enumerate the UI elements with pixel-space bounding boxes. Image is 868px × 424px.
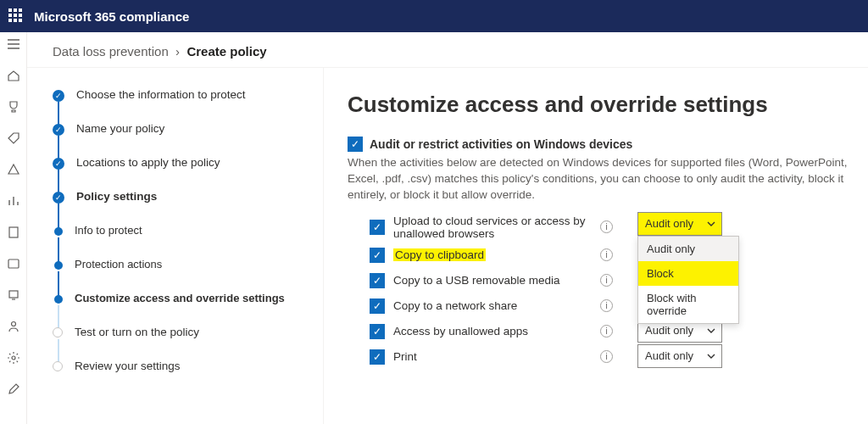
tag-icon[interactable] xyxy=(7,131,20,148)
step-test-turn-on[interactable]: Test or turn on the policy xyxy=(53,326,306,360)
menu-icon[interactable] xyxy=(7,37,20,53)
info-icon[interactable]: i xyxy=(600,350,613,363)
dropdown-option-block-override[interactable]: Block with override xyxy=(638,286,738,323)
check-icon xyxy=(53,158,64,170)
policy-icon[interactable] xyxy=(7,226,20,242)
svg-rect-1 xyxy=(8,259,19,268)
activity-checkbox[interactable] xyxy=(370,349,385,365)
step-name-policy[interactable]: Name your policy xyxy=(53,122,306,156)
step-locations[interactable]: Locations to apply the policy xyxy=(53,156,306,190)
edit-icon[interactable] xyxy=(7,382,20,399)
activity-print: Print i Audit only xyxy=(370,344,868,370)
step-choose-info[interactable]: Choose the information to protect xyxy=(53,88,306,122)
select-value: Audit only xyxy=(645,349,693,362)
action-select[interactable]: Audit only xyxy=(637,344,722,368)
chevron-down-icon xyxy=(706,326,716,338)
step-protection-actions[interactable]: Protection actions xyxy=(53,258,306,292)
activity-unallowed-apps: Access by unallowed apps i Audit only xyxy=(370,319,868,344)
circle-icon xyxy=(53,361,63,371)
activity-checkbox[interactable] xyxy=(370,324,385,339)
breadcrumb-parent[interactable]: Data loss prevention xyxy=(53,44,169,59)
app-launcher-icon[interactable] xyxy=(8,8,24,24)
info-icon[interactable]: i xyxy=(600,220,613,233)
activity-label: Copy to clipboard xyxy=(393,248,597,261)
permissions-icon[interactable] xyxy=(7,320,20,336)
action-select[interactable]: Audit only xyxy=(637,212,722,236)
main-panel: Customize access and override settings A… xyxy=(324,68,868,424)
step-policy-settings[interactable]: Policy settings xyxy=(53,190,306,224)
activity-label: Upload to cloud services or access by un… xyxy=(393,215,597,240)
chevron-down-icon xyxy=(706,219,716,232)
svg-point-3 xyxy=(11,322,15,326)
step-label: Test or turn on the policy xyxy=(75,326,199,338)
step-customize-access[interactable]: Customize access and override settings xyxy=(53,292,306,326)
activity-label: Copy to a USB removable media xyxy=(393,274,597,287)
activity-copy-usb: Copy to a USB removable media i xyxy=(370,268,868,293)
select-value: Audit only xyxy=(645,217,693,230)
page-title: Customize access and override settings xyxy=(348,92,868,118)
select-value: Audit only xyxy=(645,324,693,337)
audit-label: Audit or restrict activities on Windows … xyxy=(370,137,632,151)
svg-point-4 xyxy=(12,356,15,360)
activity-copy-network: Copy to a network share i xyxy=(370,293,868,319)
settings-icon[interactable] xyxy=(7,351,20,367)
info-icon[interactable]: i xyxy=(600,299,613,312)
breadcrumb-current: Create policy xyxy=(186,44,266,59)
info-icon[interactable]: i xyxy=(600,325,613,338)
dot-icon xyxy=(54,227,63,236)
chevron-down-icon xyxy=(706,351,716,364)
activity-checkbox[interactable] xyxy=(370,298,385,314)
dot-icon xyxy=(54,295,63,304)
step-info-protect[interactable]: Info to protect xyxy=(53,224,306,258)
activity-label: Access by unallowed apps xyxy=(393,325,597,338)
check-icon xyxy=(53,90,64,102)
check-icon xyxy=(53,192,64,204)
activity-copy-clipboard: Copy to clipboard i xyxy=(370,243,868,268)
circle-icon xyxy=(53,327,63,338)
audit-checkbox[interactable] xyxy=(348,137,363,152)
device-icon[interactable] xyxy=(7,288,20,304)
dropdown-option-audit[interactable]: Audit only xyxy=(638,237,738,261)
breadcrumb-sep: › xyxy=(175,44,180,59)
home-icon[interactable] xyxy=(7,69,20,85)
data-icon[interactable] xyxy=(7,257,20,273)
app-title: Microsoft 365 compliance xyxy=(34,9,189,24)
activity-label: Copy to a network share xyxy=(393,299,597,312)
svg-rect-0 xyxy=(9,227,18,237)
dropdown-option-block[interactable]: Block xyxy=(638,261,738,286)
info-icon[interactable]: i xyxy=(600,248,613,261)
trophy-icon[interactable] xyxy=(7,100,20,116)
alert-icon[interactable] xyxy=(7,163,20,179)
info-icon[interactable]: i xyxy=(600,274,613,287)
top-bar: Microsoft 365 compliance xyxy=(0,0,868,32)
wizard-steps: Choose the information to protect Name y… xyxy=(27,68,324,424)
step-label: Protection actions xyxy=(75,258,162,271)
activity-checkbox[interactable] xyxy=(370,248,385,263)
activity-upload-cloud: Upload to cloud services or access by un… xyxy=(370,212,868,243)
step-label: Info to protect xyxy=(75,224,142,237)
audit-description: When the activities below are detected o… xyxy=(348,155,868,204)
step-label: Name your policy xyxy=(76,122,164,135)
check-icon xyxy=(53,124,64,136)
action-dropdown: Audit only Block Block with override xyxy=(637,236,739,324)
left-rail xyxy=(0,32,27,424)
dot-icon xyxy=(54,261,63,270)
step-label: Customize access and override settings xyxy=(75,292,285,304)
breadcrumb: Data loss prevention › Create policy xyxy=(27,32,868,68)
step-label: Policy settings xyxy=(76,190,157,203)
step-review[interactable]: Review your settings xyxy=(53,360,306,393)
step-label: Locations to apply the policy xyxy=(76,156,220,169)
activity-label: Print xyxy=(393,350,597,363)
activity-checkbox[interactable] xyxy=(370,220,385,235)
svg-rect-2 xyxy=(9,291,18,298)
step-label: Choose the information to protect xyxy=(76,88,246,101)
report-icon[interactable] xyxy=(7,194,20,210)
activity-checkbox[interactable] xyxy=(370,273,385,288)
step-label: Review your settings xyxy=(75,360,181,372)
